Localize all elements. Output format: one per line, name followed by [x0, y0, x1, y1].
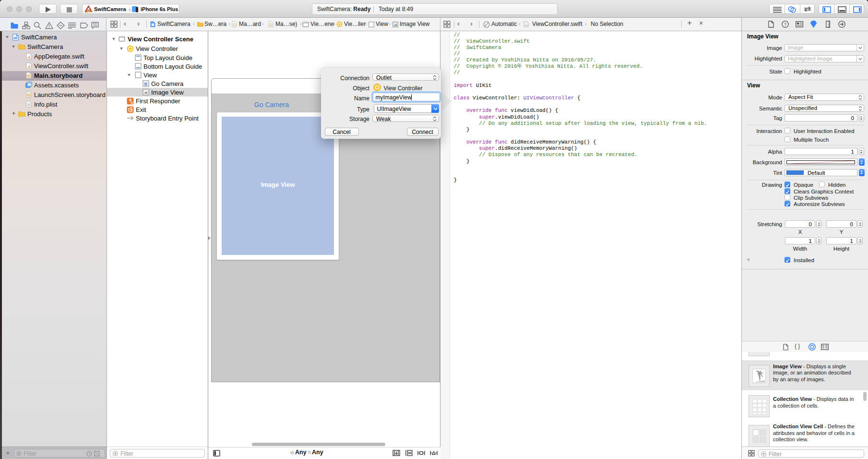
svg-text:?: ?	[784, 22, 786, 27]
svg-text:B: B	[144, 81, 148, 86]
svg-text:1: 1	[131, 101, 132, 104]
